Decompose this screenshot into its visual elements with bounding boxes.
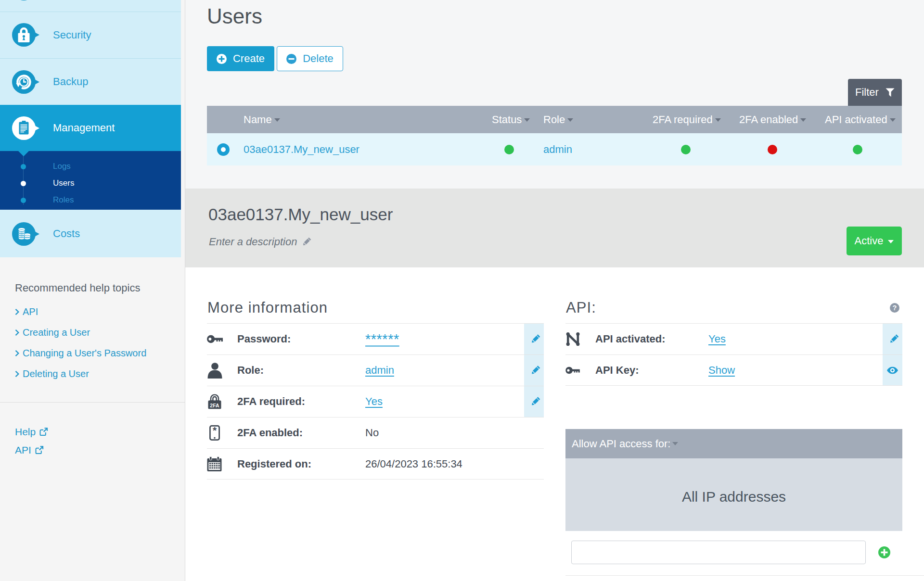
svg-text:?: ? bbox=[893, 304, 897, 312]
svg-text:2FA: 2FA bbox=[210, 403, 219, 408]
svg-text:*: * bbox=[213, 425, 217, 436]
